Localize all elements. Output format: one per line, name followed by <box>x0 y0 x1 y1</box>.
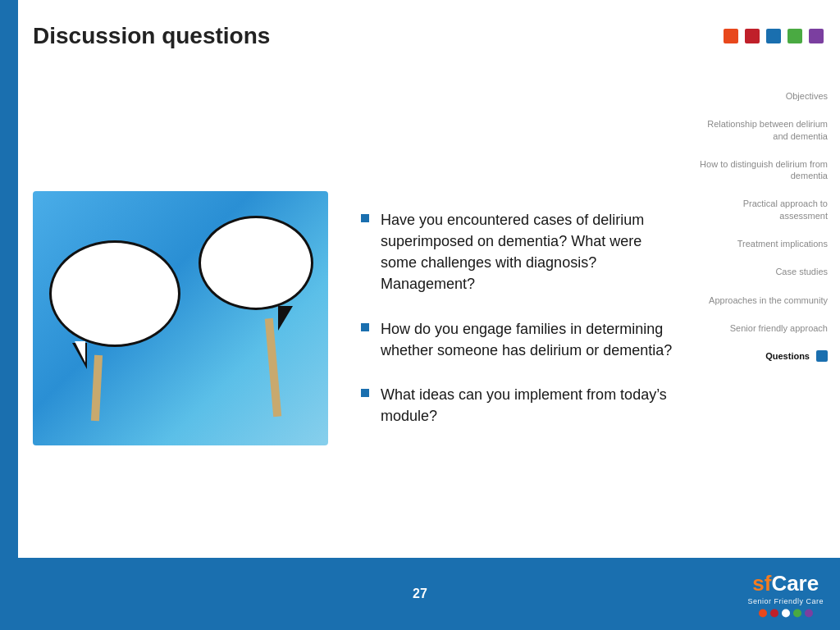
main-content: Have you encountered cases of delirium s… <box>33 78 676 558</box>
speech-bubble-right <box>199 216 313 310</box>
speech-bubble-left <box>49 240 180 347</box>
page-number: 27 <box>413 587 427 601</box>
bullet-1 <box>361 214 369 222</box>
page-title: Discussion questions <box>33 23 270 49</box>
logo-text: sfCare <box>752 571 819 596</box>
red-square <box>745 29 760 43</box>
stick-left <box>91 354 103 420</box>
logo-dot-2 <box>770 609 778 618</box>
sidebar-item-community[interactable]: Approaches in the community <box>688 286 840 314</box>
stick-right <box>265 317 281 416</box>
sidebar-item-treatment[interactable]: Treatment implications <box>688 230 840 258</box>
blue-square <box>766 29 781 43</box>
sidebar-item-objectives[interactable]: Objectives <box>688 82 840 110</box>
logo-suffix: Care <box>771 571 819 596</box>
sfcare-logo: sfCare Senior Friendly Care <box>747 571 824 618</box>
logo-dot-1 <box>759 609 767 618</box>
question-text-1: Have you encountered cases of delirium s… <box>381 209 676 294</box>
logo-tagline: Senior Friendly Care <box>747 597 824 605</box>
sidebar-navigation: Objectives Relationship between delirium… <box>688 78 840 558</box>
logo-prefix: sf <box>752 571 771 596</box>
footer: 27 sfCare Senior Friendly Care <box>0 558 840 630</box>
speech-bubbles-image <box>33 191 328 445</box>
sidebar-item-senior-friendly[interactable]: Senior friendly approach <box>688 314 840 342</box>
header: Discussion questions <box>33 23 824 49</box>
left-accent-bar <box>0 0 18 558</box>
logo-dot-4 <box>793 609 801 618</box>
sidebar-item-assessment[interactable]: Practical approach to assessment <box>688 189 840 230</box>
sidebar-item-distinguish[interactable]: How to distinguish delirium from dementi… <box>688 150 840 190</box>
logo-dot-5 <box>805 609 813 618</box>
question-item-1: Have you encountered cases of delirium s… <box>361 209 676 294</box>
color-squares <box>724 29 824 43</box>
question-item-2: How do you engage families in determinin… <box>361 318 676 361</box>
sidebar-item-relationship[interactable]: Relationship between delirium and dement… <box>688 110 840 150</box>
questions-list: Have you encountered cases of delirium s… <box>353 209 676 427</box>
purple-square <box>809 29 824 43</box>
question-text-3: What ideas can you implement from today’… <box>381 384 676 427</box>
bullet-2 <box>361 323 369 331</box>
green-square <box>788 29 802 43</box>
bullet-3 <box>361 389 369 397</box>
sidebar-item-case-studies[interactable]: Case studies <box>688 258 840 285</box>
logo-dot-3 <box>782 609 790 618</box>
question-text-2: How do you engage families in determinin… <box>381 318 676 361</box>
orange-square <box>724 29 738 43</box>
sidebar-item-questions[interactable]: Questions <box>688 342 840 370</box>
logo-dots <box>759 609 813 618</box>
question-item-3: What ideas can you implement from today’… <box>361 384 676 427</box>
